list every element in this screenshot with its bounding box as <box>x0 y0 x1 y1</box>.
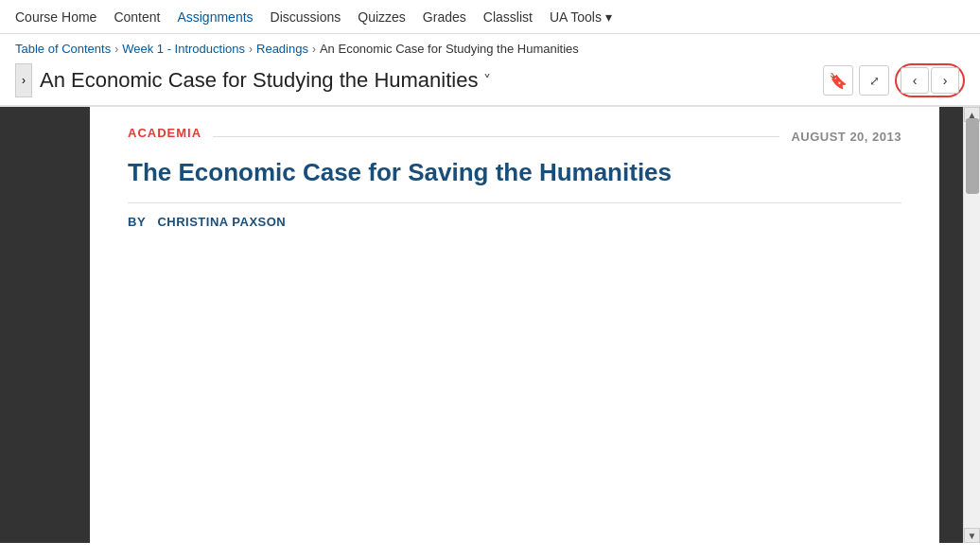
nav-discussions[interactable]: Discussions <box>271 9 341 25</box>
main-area: ACADEMIA AUGUST 20, 2013 The Economic Ca… <box>0 107 980 543</box>
scrollbar[interactable]: ▲ ▼ <box>963 107 980 543</box>
breadcrumb-current: An Economic Case for Studying the Humani… <box>320 42 579 56</box>
article-category-row: ACADEMIA AUGUST 20, 2013 <box>128 126 901 148</box>
byline-prefix: BY <box>128 215 146 229</box>
breadcrumb-readings[interactable]: Readings <box>256 42 308 56</box>
page-title-area: An Economic Case for Studying the Humani… <box>40 68 823 93</box>
header-actions: 🔖 ⤢ ‹ › <box>823 63 965 97</box>
expand-icon: ⤢ <box>869 74 880 88</box>
content-area: ACADEMIA AUGUST 20, 2013 The Economic Ca… <box>90 107 939 543</box>
nav-quizzes[interactable]: Quizzes <box>358 9 406 25</box>
scrollbar-thumb[interactable] <box>966 118 979 194</box>
next-button[interactable]: › <box>931 67 959 94</box>
breadcrumb-sep-3: › <box>312 43 316 56</box>
nav-course-home[interactable]: Course Home <box>15 9 96 25</box>
bookmark-icon: 🔖 <box>829 72 848 90</box>
article-category: ACADEMIA <box>128 126 201 140</box>
page-title: An Economic Case for Studying the Humani… <box>40 68 478 93</box>
chevron-left-icon: ‹ <box>913 73 918 88</box>
expand-button[interactable]: ⤢ <box>859 65 889 96</box>
right-sidebar <box>939 107 963 543</box>
bookmark-button[interactable]: 🔖 <box>823 65 853 96</box>
breadcrumb-sep-2: › <box>249 43 253 56</box>
chevron-left-icon: › <box>22 74 26 87</box>
prev-button[interactable]: ‹ <box>901 67 929 94</box>
article-date: AUGUST 20, 2013 <box>791 130 901 144</box>
nav-assignments[interactable]: Assignments <box>177 9 253 25</box>
nav-ua-tools[interactable]: UA Tools ▾ <box>550 9 612 25</box>
article-divider <box>213 136 779 137</box>
article-byline: BY CHRISTINA PAXSON <box>128 215 901 229</box>
chevron-right-icon: › <box>943 73 948 88</box>
chevron-down-icon: ▾ <box>605 9 612 25</box>
prev-next-nav: ‹ › <box>895 63 965 97</box>
top-nav: Course Home Content Assignments Discussi… <box>0 0 980 34</box>
breadcrumb-week1[interactable]: Week 1 - Introductions <box>122 42 245 56</box>
article-title: The Economic Case for Saving the Humanit… <box>128 157 901 189</box>
left-sidebar <box>0 107 90 543</box>
breadcrumb-sep-1: › <box>114 43 118 56</box>
page-title-dropdown-icon[interactable]: ˅ <box>483 72 491 90</box>
nav-content[interactable]: Content <box>114 9 160 25</box>
breadcrumb: Table of Contents › Week 1 - Introductio… <box>0 34 980 60</box>
breadcrumb-toc[interactable]: Table of Contents <box>15 42 111 56</box>
nav-grades[interactable]: Grades <box>423 9 466 25</box>
page-header: › An Economic Case for Studying the Huma… <box>0 60 980 107</box>
byline-author: CHRISTINA PAXSON <box>157 215 286 229</box>
article-title-divider <box>128 202 901 203</box>
nav-classlist[interactable]: Classlist <box>483 9 533 25</box>
sidebar-toggle-button[interactable]: › <box>15 63 32 97</box>
scrollbar-down-arrow[interactable]: ▼ <box>964 528 980 543</box>
